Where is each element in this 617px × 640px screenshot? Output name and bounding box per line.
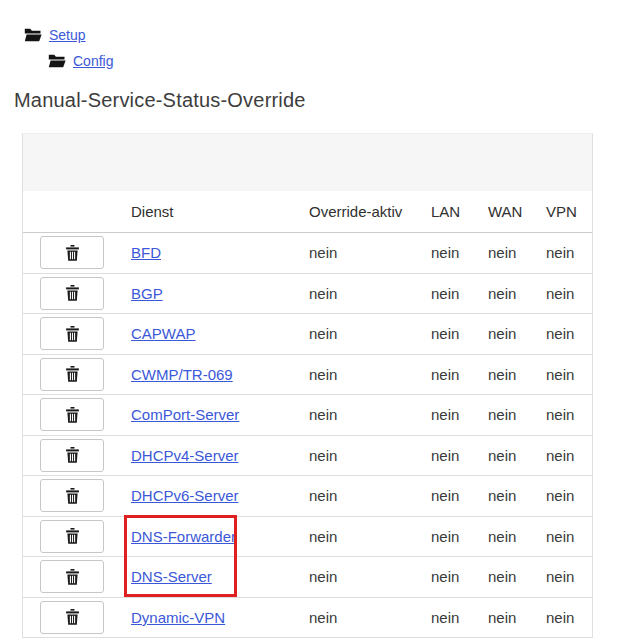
wan-cell: nein <box>488 435 546 476</box>
service-table-block: Dienst Override-aktiv LAN WAN VPN <box>22 133 593 638</box>
delete-button[interactable] <box>40 601 104 634</box>
table-toolbar <box>23 134 592 191</box>
table-row: Dynamic-VPN nein nein nein nein <box>23 597 592 638</box>
table-row: DHCPv4-Server nein nein nein nein <box>23 435 592 476</box>
override-aktiv-cell: nein <box>309 273 431 314</box>
trash-icon <box>65 285 80 301</box>
service-link[interactable]: ComPort-Server <box>131 406 239 423</box>
wan-cell: nein <box>488 516 546 557</box>
service-link[interactable]: CWMP/TR-069 <box>131 366 233 383</box>
dienst-cell: BFD <box>131 233 309 274</box>
service-link[interactable]: DNS-Forwarder <box>131 528 236 545</box>
delete-cell <box>23 516 131 557</box>
trash-icon <box>65 407 80 423</box>
table-row: BGP nein nein nein nein <box>23 273 592 314</box>
delete-button[interactable] <box>40 236 104 269</box>
table-header-row: Dienst Override-aktiv LAN WAN VPN <box>23 191 592 233</box>
dienst-cell: DHCPv6-Server <box>131 476 309 517</box>
table-row: DNS-Forwarder nein nein nein nein <box>23 516 592 557</box>
table-row: CAPWAP nein nein nein nein <box>23 314 592 355</box>
service-link[interactable]: Dynamic-VPN <box>131 609 225 626</box>
override-aktiv-cell: nein <box>309 597 431 638</box>
delete-cell <box>23 557 131 598</box>
vpn-cell: nein <box>546 314 592 355</box>
vpn-cell: nein <box>546 233 592 274</box>
lan-cell: nein <box>431 395 488 436</box>
wan-cell: nein <box>488 557 546 598</box>
dienst-cell: DHCPv4-Server <box>131 435 309 476</box>
dienst-cell: DNS-Server <box>131 557 309 598</box>
delete-button[interactable] <box>40 560 104 593</box>
delete-cell <box>23 273 131 314</box>
delete-button[interactable] <box>40 439 104 472</box>
wan-cell: nein <box>488 233 546 274</box>
vpn-cell: nein <box>546 435 592 476</box>
delete-cell <box>23 354 131 395</box>
breadcrumb-link-setup[interactable]: Setup <box>49 27 86 43</box>
column-header-wan: WAN <box>488 191 546 233</box>
delete-cell <box>23 314 131 355</box>
lan-cell: nein <box>431 314 488 355</box>
delete-button[interactable] <box>40 277 104 310</box>
page-title: Manual-Service-Status-Override <box>14 89 306 112</box>
delete-cell <box>23 395 131 436</box>
service-link[interactable]: CAPWAP <box>131 325 195 342</box>
table-body: BFD nein nein nein nein <box>23 233 592 638</box>
vpn-cell: nein <box>546 395 592 436</box>
folder-icon <box>24 28 42 42</box>
service-link[interactable]: DNS-Server <box>131 568 212 585</box>
lan-cell: nein <box>431 597 488 638</box>
breadcrumb: Setup Config <box>24 26 113 78</box>
breadcrumb-link-config[interactable]: Config <box>73 53 113 69</box>
delete-button[interactable] <box>40 358 104 391</box>
table-row: BFD nein nein nein nein <box>23 233 592 274</box>
lan-cell: nein <box>431 273 488 314</box>
delete-button[interactable] <box>40 317 104 350</box>
delete-cell <box>23 597 131 638</box>
dienst-cell: CWMP/TR-069 <box>131 354 309 395</box>
vpn-cell: nein <box>546 273 592 314</box>
vpn-cell: nein <box>546 557 592 598</box>
service-link[interactable]: DHCPv4-Server <box>131 447 239 464</box>
delete-button[interactable] <box>40 398 104 431</box>
table-row: DNS-Server nein nein nein nein <box>23 557 592 598</box>
delete-cell <box>23 435 131 476</box>
vpn-cell: nein <box>546 597 592 638</box>
column-header-dienst: Dienst <box>131 191 309 233</box>
breadcrumb-item-setup: Setup <box>24 26 113 43</box>
table-row: ComPort-Server nein nein nein nein <box>23 395 592 436</box>
dienst-cell: CAPWAP <box>131 314 309 355</box>
dienst-cell: BGP <box>131 273 309 314</box>
dienst-cell: Dynamic-VPN <box>131 597 309 638</box>
override-aktiv-cell: nein <box>309 233 431 274</box>
trash-icon <box>65 366 80 382</box>
trash-icon <box>65 447 80 463</box>
vpn-cell: nein <box>546 476 592 517</box>
override-aktiv-cell: nein <box>309 435 431 476</box>
wan-cell: nein <box>488 597 546 638</box>
trash-icon <box>65 488 80 504</box>
column-header-override-aktiv: Override-aktiv <box>309 191 431 233</box>
override-aktiv-cell: nein <box>309 476 431 517</box>
folder-icon <box>48 54 66 68</box>
delete-button[interactable] <box>40 520 104 553</box>
lan-cell: nein <box>431 516 488 557</box>
lan-cell: nein <box>431 476 488 517</box>
table-row: CWMP/TR-069 nein nein nein nein <box>23 354 592 395</box>
service-table: Dienst Override-aktiv LAN WAN VPN <box>23 191 592 638</box>
lan-cell: nein <box>431 233 488 274</box>
wan-cell: nein <box>488 395 546 436</box>
vpn-cell: nein <box>546 516 592 557</box>
wan-cell: nein <box>488 354 546 395</box>
lan-cell: nein <box>431 354 488 395</box>
override-aktiv-cell: nein <box>309 516 431 557</box>
service-link[interactable]: BFD <box>131 244 161 261</box>
delete-button[interactable] <box>40 479 104 512</box>
override-aktiv-cell: nein <box>309 314 431 355</box>
dienst-cell: DNS-Forwarder <box>131 516 309 557</box>
column-header-vpn: VPN <box>546 191 592 233</box>
service-link[interactable]: DHCPv6-Server <box>131 487 239 504</box>
override-aktiv-cell: nein <box>309 395 431 436</box>
service-link[interactable]: BGP <box>131 285 163 302</box>
trash-icon <box>65 245 80 261</box>
